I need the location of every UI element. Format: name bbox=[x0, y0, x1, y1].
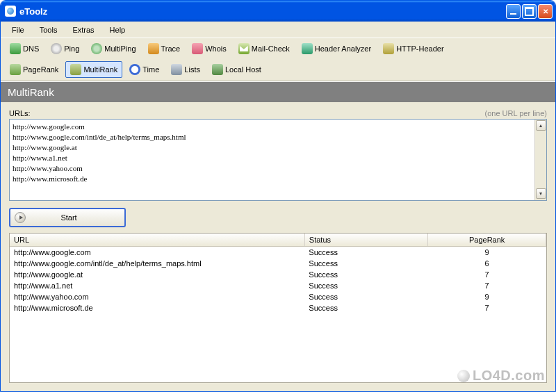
multirank-icon bbox=[70, 64, 81, 75]
localhost-icon bbox=[212, 64, 223, 75]
cell-status: Success bbox=[304, 280, 427, 291]
whois-icon bbox=[192, 43, 203, 54]
tool-local-host[interactable]: Local Host bbox=[207, 61, 266, 78]
menubar: File Tools Extras Help bbox=[1, 22, 555, 38]
tool-multirank[interactable]: MultiRank bbox=[65, 61, 122, 78]
time-icon bbox=[129, 64, 140, 75]
tool-header-analyzer[interactable]: Header Analyzer bbox=[297, 40, 376, 57]
scroll-down-icon[interactable]: ▾ bbox=[536, 188, 546, 199]
app-window: eToolz File Tools Extras Help DNS Ping M… bbox=[0, 0, 556, 392]
col-url[interactable]: URL bbox=[10, 234, 304, 247]
table-row[interactable]: http://www.google.atSuccess7 bbox=[10, 269, 546, 280]
cell-status: Success bbox=[304, 247, 427, 259]
tool-label: Ping bbox=[64, 44, 79, 53]
tool-lists[interactable]: Lists bbox=[166, 61, 205, 78]
table-row[interactable]: http://www.a1.netSuccess7 bbox=[10, 280, 546, 291]
tool-multiping[interactable]: MultiPing bbox=[86, 40, 140, 57]
cell-pagerank: 6 bbox=[428, 258, 546, 269]
menu-extras[interactable]: Extras bbox=[65, 24, 101, 36]
play-icon bbox=[15, 212, 26, 223]
tool-pagerank[interactable]: PageRank bbox=[5, 61, 63, 78]
tool-whois[interactable]: Whois bbox=[187, 40, 231, 57]
tool-label: Whois bbox=[205, 44, 227, 53]
start-label: Start bbox=[26, 213, 124, 222]
mail-icon bbox=[238, 43, 250, 54]
cell-pagerank: 7 bbox=[428, 269, 546, 280]
cell-url: http://www.google.com/intl/de_at/help/te… bbox=[10, 258, 304, 269]
menu-help[interactable]: Help bbox=[103, 24, 133, 36]
header-icon bbox=[302, 43, 313, 54]
tool-label: Header Analyzer bbox=[315, 44, 371, 53]
cell-status: Success bbox=[304, 258, 427, 269]
cell-status: Success bbox=[304, 302, 427, 313]
tool-ping[interactable]: Ping bbox=[46, 40, 84, 57]
table-row[interactable]: http://www.google.com/intl/de_at/help/te… bbox=[10, 258, 546, 269]
tool-label: Time bbox=[142, 65, 159, 74]
titlebar[interactable]: eToolz bbox=[1, 1, 555, 22]
tool-label: MultiRank bbox=[83, 65, 117, 74]
cell-url: http://www.yahoo.com bbox=[10, 291, 304, 302]
content-area: URLs: (one URL per line) ▴ ▾ Start bbox=[1, 102, 555, 233]
maximize-button[interactable] bbox=[522, 4, 537, 19]
section-title: MultiRank bbox=[1, 81, 555, 102]
cell-pagerank: 9 bbox=[428, 291, 546, 302]
app-icon bbox=[5, 6, 16, 17]
col-status[interactable]: Status bbox=[304, 234, 427, 247]
ping-icon bbox=[51, 43, 62, 54]
cell-pagerank: 9 bbox=[428, 247, 546, 259]
tool-label: MultiPing bbox=[104, 44, 136, 53]
tool-label: Local Host bbox=[225, 65, 261, 74]
cell-status: Success bbox=[304, 291, 427, 302]
http-icon bbox=[383, 43, 394, 54]
cell-url: http://www.google.at bbox=[10, 269, 304, 280]
tool-label: Trace bbox=[161, 44, 181, 53]
cell-status: Success bbox=[304, 269, 427, 280]
minimize-button[interactable] bbox=[506, 4, 521, 19]
cell-pagerank: 7 bbox=[428, 302, 546, 313]
start-button[interactable]: Start bbox=[9, 208, 126, 227]
urls-hint: (one URL per line) bbox=[485, 109, 547, 117]
urls-label: URLs: bbox=[9, 109, 31, 117]
table-row[interactable]: http://www.google.comSuccess9 bbox=[10, 247, 546, 259]
cell-url: http://www.google.com bbox=[10, 247, 304, 259]
cell-pagerank: 7 bbox=[428, 280, 546, 291]
scroll-up-icon[interactable]: ▴ bbox=[536, 120, 546, 131]
tool-trace[interactable]: Trace bbox=[143, 40, 186, 57]
lists-icon bbox=[171, 64, 182, 75]
tool-time[interactable]: Time bbox=[124, 61, 164, 78]
dns-icon bbox=[10, 43, 21, 54]
window-title: eToolz bbox=[19, 6, 506, 17]
tool-http-header[interactable]: HTTP-Header bbox=[378, 40, 448, 57]
results-table: URL Status PageRank http://www.google.co… bbox=[9, 233, 547, 383]
pagerank-icon bbox=[10, 64, 21, 75]
trace-icon bbox=[148, 43, 159, 54]
tool-mail-check[interactable]: Mail-Check bbox=[234, 40, 295, 57]
col-pagerank[interactable]: PageRank bbox=[428, 234, 546, 247]
tool-label: PageRank bbox=[23, 65, 58, 74]
urls-textarea-wrap: ▴ ▾ bbox=[9, 119, 547, 201]
menu-tools[interactable]: Tools bbox=[33, 24, 65, 36]
tool-dns[interactable]: DNS bbox=[5, 40, 44, 57]
tool-label: HTTP-Header bbox=[396, 44, 443, 53]
tool-label: DNS bbox=[23, 44, 39, 53]
menu-file[interactable]: File bbox=[5, 24, 31, 36]
cell-url: http://www.a1.net bbox=[10, 280, 304, 291]
table-row[interactable]: http://www.microsoft.deSuccess7 bbox=[10, 302, 546, 313]
table-row[interactable]: http://www.yahoo.comSuccess9 bbox=[10, 291, 546, 302]
multiping-icon bbox=[91, 43, 102, 54]
toolbar: DNS Ping MultiPing Trace Whois Mail-Chec… bbox=[1, 38, 555, 81]
tool-label: Lists bbox=[184, 65, 200, 74]
tool-label: Mail-Check bbox=[252, 44, 290, 53]
close-button[interactable] bbox=[538, 4, 553, 19]
scrollbar[interactable]: ▴ ▾ bbox=[534, 120, 546, 200]
urls-textarea[interactable] bbox=[10, 120, 534, 200]
cell-url: http://www.microsoft.de bbox=[10, 302, 304, 313]
